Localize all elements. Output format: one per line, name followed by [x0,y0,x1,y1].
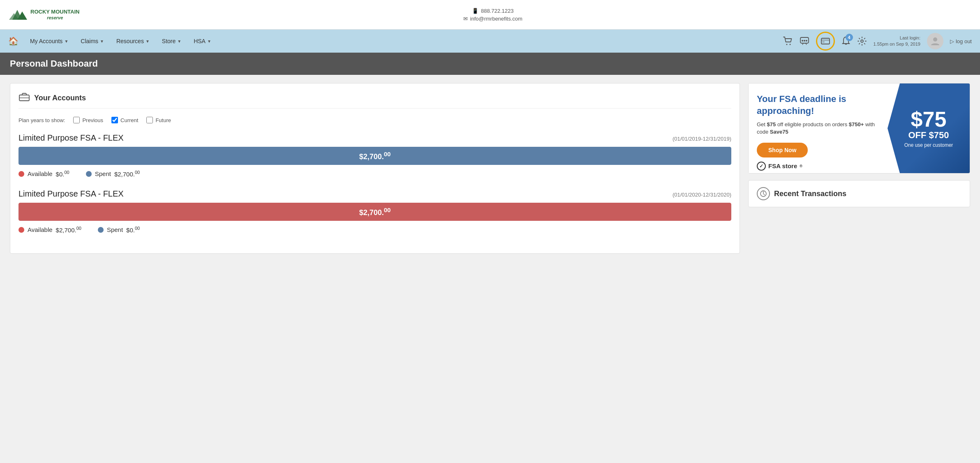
account-2-name: Limited Purpose FSA - FLEX [18,189,124,199]
fsa-ad-amount: $75 [911,109,947,130]
account-1-total: $2,700.00 [359,150,391,161]
fsa-store-logo: ✓ FSA store ® [757,162,879,171]
cart-icon-button[interactable] [783,37,793,46]
logout-icon: ▷ [950,38,954,44]
recent-transactions-title: Recent Transactions [774,190,846,198]
nav-item-my-accounts[interactable]: My Accounts ▼ [25,35,73,47]
nav-left: 🏠 My Accounts ▼ Claims ▼ Resources ▼ Sto… [8,35,216,47]
svg-point-13 [933,37,937,42]
nav-label-claims: Claims [81,38,98,44]
nav-right: 4 Last login: 1.55pm on Sep 9, 2019 ▷ lo… [783,32,972,51]
user-avatar[interactable] [927,33,943,49]
account-1-bar[interactable]: $2,700.00 [18,147,731,165]
nav-label-store: Store [162,38,176,44]
plan-year-future-checkbox[interactable] [146,117,153,123]
phone-icon: 📱 [472,8,478,14]
account-2-bar[interactable]: $2,700.00 [18,203,731,221]
svg-rect-6 [802,40,803,42]
account-2-spent-value: $0.00 [126,226,140,234]
nav-item-resources[interactable]: Resources ▼ [111,35,155,47]
account-1-stats: Available $0.00 Spent $2,700.00 [18,170,731,178]
nav-item-store[interactable]: Store ▼ [157,35,186,47]
chevron-down-icon: ▼ [177,39,181,44]
plan-year-current[interactable]: Current [111,117,138,123]
chevron-down-icon: ▼ [146,39,150,44]
account-2-available-value: $2,700.00 [56,226,81,234]
account-2-spent: Spent $0.00 [98,226,140,234]
chat-icon-button[interactable] [800,37,809,46]
plan-year-current-label: Current [120,117,138,123]
logo-mountains-icon [8,4,28,25]
shop-now-button[interactable]: Shop Now [757,143,808,157]
logo-text: ROCKY MOUNTAIN reserve [30,9,79,21]
card-icon-button[interactable] [816,32,835,51]
fsa-ad-left: Your FSA deadline is approaching! Get $7… [749,83,888,173]
fsa-store-name: FSA store [768,162,797,169]
fsa-ad-off-text: OFF $750 [908,130,949,141]
chevron-down-icon: ▼ [207,39,211,44]
account-1-available-value: $0.00 [56,170,69,178]
right-panel: Your FSA deadline is approaching! Get $7… [748,83,970,254]
settings-icon-button[interactable] [857,36,867,46]
account-1-dates: (01/01/2019-12/31/2019) [673,136,731,142]
account-2-dates: (01/01/2020-12/31/2020) [673,192,731,198]
account-2-spent-label: Spent [107,226,123,233]
svg-rect-7 [804,40,805,42]
plan-year-previous-checkbox[interactable] [73,117,80,123]
plan-year-current-checkbox[interactable] [111,117,118,123]
plan-year-previous-label: Previous [82,117,103,123]
logout-button[interactable]: ▷ log out [950,38,972,44]
account-1-spent-label: Spent [95,170,111,177]
svg-point-3 [786,44,787,45]
main-nav: 🏠 My Accounts ▼ Claims ▼ Resources ▼ Sto… [0,30,980,53]
account-2-available: Available $2,700.00 [18,226,81,234]
logout-label: log out [956,38,972,44]
accounts-panel: Your Accounts Plan years to show: Previo… [10,83,740,254]
fsa-store-check-icon: ✓ [757,162,766,171]
account-1-bar-container: $2,700.00 [18,147,731,165]
plan-years-filter: Plan years to show: Previous Current Fut… [18,117,731,123]
logo: ROCKY MOUNTAIN reserve [0,0,88,29]
account-1-name: Limited Purpose FSA - FLEX [18,133,124,143]
account-2-stats: Available $2,700.00 Spent $0.00 [18,226,731,234]
spent-dot-icon [86,171,92,177]
account-row-1: Limited Purpose FSA - FLEX (01/01/2019-1… [18,133,731,178]
page-title: Personal Dashboard [10,58,970,69]
plan-year-previous[interactable]: Previous [73,117,103,123]
main-content: Your Accounts Plan years to show: Previo… [0,75,980,262]
last-login-info: Last login: 1.55pm on Sep 9, 2019 [874,35,920,48]
account-2-available-label: Available [28,226,53,233]
svg-point-4 [789,44,790,45]
plan-year-future[interactable]: Future [146,117,171,123]
chevron-down-icon: ▼ [100,39,104,44]
svg-rect-8 [806,40,807,42]
svg-rect-10 [821,39,830,41]
account-1-title-row: Limited Purpose FSA - FLEX (01/01/2019-1… [18,133,731,143]
fsa-ad-note: One use per customer [904,142,953,148]
account-1-spent-value: $2,700.00 [114,170,140,178]
contact-info: 📱 888.722.1223 ✉ info@rmrbenefits.com [463,8,522,22]
fsa-ad-headline: Your FSA deadline is approaching! [757,93,879,117]
nav-label-hsa: HSA [194,38,206,44]
available-dot-icon-2 [18,227,24,233]
briefcase-icon [18,92,30,104]
account-2-total: $2,700.00 [359,206,391,217]
nav-item-claims[interactable]: Claims ▼ [76,35,109,47]
logo-line1: ROCKY MOUNTAIN [30,9,79,15]
email-icon: ✉ [463,16,468,22]
accounts-panel-title: Your Accounts [34,94,86,102]
available-dot-icon [18,171,24,177]
recent-transactions-panel: Recent Transactions [748,180,970,207]
email-address: info@rmrbenefits.com [470,16,522,22]
home-icon[interactable]: 🏠 [8,36,18,46]
notification-badge: 4 [846,34,853,41]
site-header: ROCKY MOUNTAIN reserve 📱 888.722.1223 ✉ … [0,0,980,30]
phone-number: 888.722.1223 [481,8,514,14]
fsa-ad-right: $75 OFF $750 One use per customer [888,83,970,173]
svg-point-12 [861,40,863,42]
account-2-bar-container: $2,700.00 [18,203,731,221]
account-1-available-label: Available [28,170,53,177]
notifications-icon-button[interactable]: 4 [841,36,851,46]
nav-item-hsa[interactable]: HSA ▼ [189,35,216,47]
spent-dot-icon-2 [98,227,104,233]
